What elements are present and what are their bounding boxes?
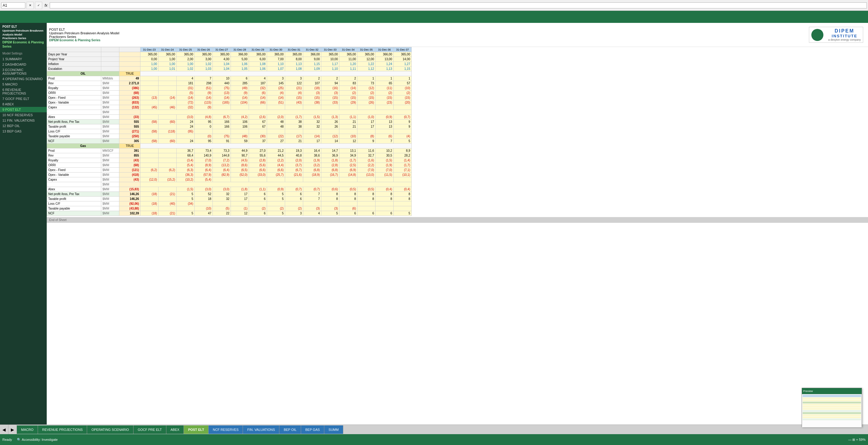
gas-orri-14: (1,7) <box>394 163 412 168</box>
tab-prev[interactable]: ◀ <box>0 425 8 435</box>
oil-rev-label: Rev <box>47 81 101 86</box>
sidebar-item-revenue[interactable]: 6 REVENUE PROJECTIONS <box>0 87 47 96</box>
tab-abex[interactable]: ABEX <box>166 425 184 434</box>
sidebar-item-ncf[interactable]: 10 NCF RESERVES <box>0 112 47 118</box>
sidebar-item-economic[interactable]: 3 ECONOMIC ASSUMPTIONS <box>0 67 47 76</box>
oil-opexf-10: (15) <box>321 96 339 100</box>
tab-next[interactable]: ▶ <box>8 425 17 435</box>
gas-tpay-12 <box>358 206 375 211</box>
gas-tp-11: 8 <box>339 197 358 201</box>
oil-abex-unit: $MM <box>101 115 119 119</box>
tab-macro[interactable]: MACRO <box>17 425 38 434</box>
tab-revenue-projections[interactable]: REVENUE PROJECTIONS <box>38 425 87 434</box>
oil-ncf-0: (58) <box>141 139 158 144</box>
gas-np-4: 32 <box>213 192 231 197</box>
tab-bep-oil[interactable]: BEP OIL <box>279 425 301 434</box>
sidebar-item-summary[interactable]: 1 SUMMARY <box>0 56 47 62</box>
gas-tpay-10: (3) <box>321 206 339 211</box>
oil-opexv-7: (51) <box>267 100 285 105</box>
gas-roy-8: (2,0) <box>285 158 303 163</box>
oil-prod-5: 6 <box>231 76 249 81</box>
inf-14: 1,27 <box>394 62 412 67</box>
gas-orri-6: (5,6) <box>249 163 267 168</box>
oil-taxprofit-label: Taxable profit <box>47 124 101 129</box>
gas-tp-9: 7 <box>303 197 321 201</box>
tab-gocf-pre-elt[interactable]: GOCF PRE ELT <box>133 425 166 434</box>
gas-opexv-1 <box>158 173 177 177</box>
sidebar-item-bepgas[interactable]: 13 BEP GAS <box>0 129 47 134</box>
gas-tpay-3: (10) <box>195 206 213 211</box>
oil-lcf-2: (95) <box>177 129 195 134</box>
oil-rev-9: 107 <box>303 81 321 86</box>
cell-reference[interactable] <box>1 2 25 8</box>
gas-tpay-2 <box>177 206 195 211</box>
oil-ncf-2: 24 <box>177 139 195 144</box>
tab-summ[interactable]: SUMM <box>324 425 343 434</box>
oil-rev-unit: $MM <box>101 81 119 86</box>
oil-ncf-9: 17 <box>303 139 321 144</box>
gas-capex-5 <box>231 177 249 182</box>
oil-tp-5: 106 <box>231 124 249 129</box>
tab-bep-gas[interactable]: BEP GAS <box>301 425 324 434</box>
gas-rev-6: 55,6 <box>249 153 267 158</box>
oil-losscf-total: (271) <box>119 129 141 134</box>
oil-np-5: 106 <box>231 119 249 124</box>
gas-lcf-3 <box>195 201 213 206</box>
oil-losscf-label: Loss C/F <box>47 129 101 134</box>
sidebar-item-fin[interactable]: 11 FIN. VALUATIONS <box>0 118 47 123</box>
days-10: 365,00 <box>321 52 339 57</box>
sidebar-item-dashboard[interactable]: 2 DASHBOARD <box>0 62 47 67</box>
oil-np-10: 26 <box>321 119 339 124</box>
oil-capex-7 <box>267 105 285 110</box>
sidebar-item-postelt[interactable]: 9 POST ELT <box>0 107 47 112</box>
gas-abex-6: (1,1) <box>249 187 267 192</box>
sidebar-item-abex[interactable]: 8 ABEX <box>0 101 47 107</box>
gas-prod-label: Prod <box>47 148 101 153</box>
gas-tpay-7: (2) <box>267 206 285 211</box>
sidebar-item-gocf[interactable]: 7 GOCF PRE ELT <box>0 96 47 101</box>
gas-opexv-label: Opex - Variable <box>47 173 101 177</box>
logo-icon <box>811 29 824 41</box>
gas-np-6: 6 <box>249 192 267 197</box>
oil-capex-total: (132) <box>119 105 141 110</box>
gas-tpay-6: (2) <box>249 206 267 211</box>
tab-ncf-reserves[interactable]: NCF RESERVES <box>209 425 243 434</box>
oil-tpay-7: (22) <box>267 134 285 139</box>
oil-rev-11: 83 <box>339 81 358 86</box>
oil-roy-8: (21) <box>285 86 303 91</box>
oil-prod-3: 7 <box>195 76 213 81</box>
sidebar-item-operating[interactable]: 4 OPERATING SCENARIO <box>0 76 47 81</box>
sidebar-item-macro[interactable]: 5 MACRO <box>0 81 47 87</box>
tab-fin-valuations[interactable]: FIN. VALUATIONS <box>243 425 279 434</box>
gas-roy-12: (1,6) <box>358 158 375 163</box>
oil-taxprofit-total: 555 <box>119 124 141 129</box>
projyear-total <box>119 57 141 62</box>
gas-abex-11: (0,5) <box>339 187 358 192</box>
gas-orri-8: (3,7) <box>285 163 303 168</box>
oil-rev-2: 181 <box>177 81 195 86</box>
date-header-7: 31-Dec-30 <box>267 47 285 52</box>
tab-post-elt[interactable]: POST ELT <box>184 425 209 434</box>
gas-opexv-5: (52,0) <box>231 173 249 177</box>
gas-np-3: 52 <box>195 192 213 197</box>
oil-opexf-9: (15) <box>303 96 321 100</box>
sidebar-item-bepoil[interactable]: 12 BEP OIL <box>0 123 47 129</box>
formula-input[interactable]: =RIGHT(CELL("filename";A1);LEN(CELL("fil… <box>50 2 867 8</box>
cancel-formula-btn[interactable]: ✕ <box>27 2 34 9</box>
oil-taxpay-label: Taxable payable <box>47 134 101 139</box>
gas-lcf-6 <box>249 201 267 206</box>
date-header-12: 31-Dec-35 <box>358 47 375 52</box>
tab-operating-scenario[interactable]: OPERATING SCENARIO <box>87 425 133 434</box>
oil-prod-8: 3 <box>285 76 303 81</box>
confirm-formula-btn[interactable]: ✓ <box>35 2 42 9</box>
oil-abex-4: (6,7) <box>213 115 231 119</box>
oil-lcf-14 <box>394 129 412 134</box>
gas-rev-4: 144,8 <box>213 153 231 158</box>
oil-opexf-14: (15) <box>394 96 412 100</box>
series2: DIPEM Economic & Planning Series <box>2 40 44 49</box>
oil-tpay-13: (6) <box>375 134 394 139</box>
spreadsheet[interactable]: 31-Dec-23 31-Dec-24 31-Dec-25 31-Dec-26 … <box>47 47 868 424</box>
oil-prod-2: 4 <box>177 76 195 81</box>
logo-sub: a desyton energy company <box>828 38 861 41</box>
py-2: 2,00 <box>177 57 195 62</box>
